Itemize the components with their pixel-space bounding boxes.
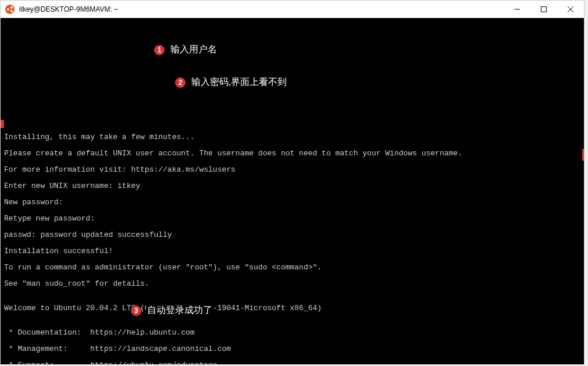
term-line: * Support: https://ubuntu.com/advantage — [4, 361, 580, 364]
term-line: New password: — [4, 198, 580, 207]
maximize-icon — [541, 6, 547, 12]
red-mark-left — [1, 120, 4, 128]
red-mark-right — [582, 149, 584, 161]
term-line: Installing, this may take a few minutes.… — [4, 133, 580, 141]
window-title: itkey@DESKTOP-9M6MAVM: ~ — [19, 5, 504, 13]
term-line: To run a command as administrator (user … — [4, 264, 580, 272]
marker-3: 3 — [131, 305, 141, 316]
minimize-button[interactable] — [504, 1, 530, 17]
term-line: Retype new password: — [4, 215, 580, 223]
term-line: Enter new UNIX username: itkey — [4, 182, 580, 190]
marker-2: 2 — [175, 77, 186, 88]
term-line: * Documentation: https://help.ubuntu.com — [4, 329, 580, 337]
minimize-icon — [514, 6, 520, 12]
term-line: See "man sudo_root" for details. — [4, 280, 580, 288]
term-line: Installation successful! — [4, 247, 580, 255]
maximize-button[interactable] — [530, 1, 557, 17]
terminal-area[interactable]: 1 输入用户名 2 输入密码,界面上看不到 3 自动登录成功了 Installi… — [1, 18, 584, 364]
close-button[interactable] — [557, 1, 584, 17]
titlebar[interactable]: itkey@DESKTOP-9M6MAVM: ~ — [1, 1, 584, 18]
term-line: Welcome to Ubuntu 20.04.2 LTS (GNU/Linux… — [4, 304, 580, 312]
app-window: itkey@DESKTOP-9M6MAVM: ~ 1 输入用户名 2 输入密码,… — [0, 0, 585, 365]
annotation-3: 自动登录成功了 — [146, 304, 213, 317]
marker-1: 1 — [154, 45, 165, 55]
annotation-1: 输入用户名 — [169, 44, 218, 56]
svg-rect-0 — [541, 6, 547, 12]
term-line: For more information visit: https://aka.… — [4, 166, 580, 174]
ubuntu-icon — [5, 5, 15, 14]
window-controls — [504, 1, 584, 17]
term-line: passwd: password updated successfully — [4, 231, 580, 239]
term-line: Please create a default UNIX user accoun… — [4, 150, 580, 158]
close-icon — [568, 6, 573, 12]
annotation-2: 输入密码,界面上看不到 — [190, 76, 288, 88]
term-line: * Management: https://landscape.canonica… — [4, 345, 580, 353]
